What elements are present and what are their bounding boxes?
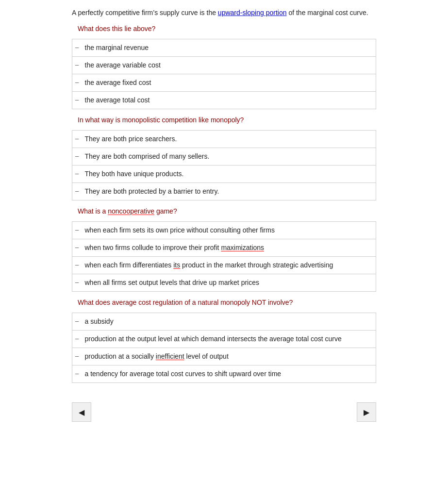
question1-options: – the marginal revenue – the average var… bbox=[72, 39, 376, 109]
option-marker: – bbox=[72, 74, 82, 92]
option-text: the marginal revenue bbox=[82, 39, 376, 57]
next-button[interactable]: ▶ bbox=[357, 402, 376, 422]
option-marker: – bbox=[72, 348, 82, 365]
question1-label: What does this lie above? bbox=[78, 25, 155, 33]
option-text: when each firm differentiates its produc… bbox=[82, 257, 376, 274]
table-row[interactable]: – production at a socially inefficient l… bbox=[72, 348, 376, 365]
question4-text: What does average cost regulation of a n… bbox=[0, 294, 448, 311]
option-marker: – bbox=[72, 365, 82, 383]
table-row[interactable]: – They both have unique products. bbox=[72, 166, 376, 183]
option-marker: – bbox=[72, 131, 82, 148]
question2-options: – They are both price searchers. – They … bbox=[72, 130, 376, 200]
table-row[interactable]: – when two firms collude to improve thei… bbox=[72, 239, 376, 257]
question2-table: – They are both price searchers. – They … bbox=[72, 130, 376, 200]
table-row[interactable]: – when all firms set output levels that … bbox=[72, 274, 376, 292]
option-marker: – bbox=[72, 274, 82, 292]
intro-text: A perfectly competitive firm’s supply cu… bbox=[0, 4, 448, 20]
table-row[interactable]: – a tendency for average total cost curv… bbox=[72, 365, 376, 383]
option-marker: – bbox=[72, 331, 82, 348]
option-text: a tendency for average total cost curves… bbox=[82, 365, 376, 383]
table-row[interactable]: – They are both protected by a barrier t… bbox=[72, 183, 376, 200]
question4-table: – a subsidy – production at the output l… bbox=[72, 313, 376, 383]
question1-table: – the marginal revenue – the average var… bbox=[72, 39, 376, 109]
table-row[interactable]: – when each firm differentiates its prod… bbox=[72, 257, 376, 274]
bottom-nav: ◀ ▶ bbox=[0, 393, 448, 431]
prev-button[interactable]: ◀ bbox=[72, 402, 91, 422]
option-text: when each firm sets its own price withou… bbox=[82, 222, 376, 239]
option-marker: – bbox=[72, 222, 82, 239]
question4-label: What does average cost regulation of a n… bbox=[78, 298, 293, 306]
option-text: the average variable cost bbox=[82, 57, 376, 74]
page-content: A perfectly competitive firm’s supply cu… bbox=[0, 4, 448, 431]
underline-inefficient: inefficient bbox=[156, 352, 184, 360]
table-row[interactable]: – the average fixed cost bbox=[72, 74, 376, 92]
option-text: the average total cost bbox=[82, 92, 376, 109]
table-row[interactable]: – production at the output level at whic… bbox=[72, 331, 376, 348]
intro-link[interactable]: upward-sloping portion bbox=[218, 9, 287, 17]
option-text: They are both price searchers. bbox=[82, 131, 376, 148]
table-row[interactable]: – a subsidy bbox=[72, 313, 376, 331]
question1-text: What does this lie above? bbox=[0, 20, 448, 37]
question3-underline: noncooperative bbox=[108, 207, 154, 215]
option-marker: – bbox=[72, 313, 82, 331]
intro-line1: A perfectly competitive firm’s supply cu… bbox=[72, 9, 368, 17]
question3-text: What is a noncooperative game? bbox=[0, 202, 448, 219]
option-text: the average fixed cost bbox=[82, 74, 376, 92]
option-marker: – bbox=[72, 92, 82, 109]
option-marker: – bbox=[72, 239, 82, 257]
option-text: They are both protected by a barrier to … bbox=[82, 183, 376, 200]
option-text: when two firms collude to improve their … bbox=[82, 239, 376, 257]
question2-text: In what way is monopolistic competition … bbox=[0, 111, 448, 128]
option-marker: – bbox=[72, 257, 82, 274]
option-text: production at a socially inefficient lev… bbox=[82, 348, 376, 365]
underline-maximizations: maximizations bbox=[221, 244, 264, 251]
option-marker: – bbox=[72, 183, 82, 200]
underline-its: its bbox=[173, 261, 180, 269]
table-row[interactable]: – the marginal revenue bbox=[72, 39, 376, 57]
question2-label: In what way is monopolistic competition … bbox=[78, 116, 244, 124]
table-row[interactable]: – the average total cost bbox=[72, 92, 376, 109]
option-marker: – bbox=[72, 39, 82, 57]
option-text: production at the output level at which … bbox=[82, 331, 376, 348]
option-text: when all firms set output levels that dr… bbox=[82, 274, 376, 292]
option-marker: – bbox=[72, 57, 82, 74]
table-row[interactable]: – They are both price searchers. bbox=[72, 131, 376, 148]
option-marker: – bbox=[72, 148, 82, 166]
option-text: They are both comprised of many sellers. bbox=[82, 148, 376, 166]
option-marker: – bbox=[72, 166, 82, 183]
option-text: They both have unique products. bbox=[82, 166, 376, 183]
table-row[interactable]: – when each firm sets its own price with… bbox=[72, 222, 376, 239]
table-row[interactable]: – They are both comprised of many seller… bbox=[72, 148, 376, 166]
question3-options: – when each firm sets its own price with… bbox=[72, 221, 376, 292]
question3-table: – when each firm sets its own price with… bbox=[72, 221, 376, 292]
question4-options: – a subsidy – production at the output l… bbox=[72, 313, 376, 383]
table-row[interactable]: – the average variable cost bbox=[72, 57, 376, 74]
option-text: a subsidy bbox=[82, 313, 376, 331]
